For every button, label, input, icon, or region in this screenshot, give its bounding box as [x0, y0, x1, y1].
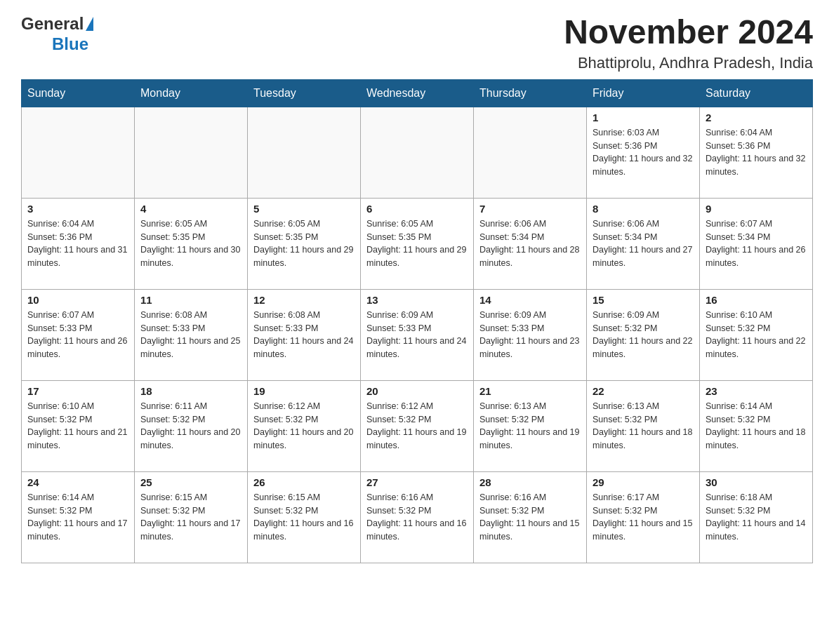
logo-general-text: General	[21, 14, 93, 34]
day-number: 24	[27, 476, 128, 488]
day-number: 28	[479, 476, 581, 488]
day-number: 25	[140, 476, 241, 488]
calendar-day-cell	[474, 107, 587, 198]
day-info: Sunrise: 6:18 AMSunset: 5:32 PMDaylight:…	[706, 491, 807, 544]
day-number: 11	[140, 294, 241, 306]
day-info: Sunrise: 6:08 AMSunset: 5:33 PMDaylight:…	[253, 309, 355, 361]
calendar-day-cell: 26Sunrise: 6:15 AMSunset: 5:32 PMDayligh…	[248, 471, 361, 563]
calendar-day-cell: 22Sunrise: 6:13 AMSunset: 5:32 PMDayligh…	[587, 380, 700, 471]
day-info: Sunrise: 6:04 AMSunset: 5:36 PMDaylight:…	[27, 217, 128, 270]
day-number: 20	[366, 385, 468, 397]
day-info: Sunrise: 6:16 AMSunset: 5:32 PMDaylight:…	[366, 491, 468, 544]
calendar-title: November 2024	[564, 14, 813, 51]
day-info: Sunrise: 6:05 AMSunset: 5:35 PMDaylight:…	[366, 217, 468, 270]
day-info: Sunrise: 6:12 AMSunset: 5:32 PMDaylight:…	[253, 400, 355, 452]
day-info: Sunrise: 6:06 AMSunset: 5:34 PMDaylight:…	[479, 217, 581, 270]
calendar-day-header: Friday	[587, 79, 700, 107]
calendar-day-cell: 25Sunrise: 6:15 AMSunset: 5:32 PMDayligh…	[135, 471, 248, 563]
calendar-day-cell: 19Sunrise: 6:12 AMSunset: 5:32 PMDayligh…	[248, 380, 361, 471]
day-number: 27	[366, 476, 468, 488]
calendar-day-cell: 9Sunrise: 6:07 AMSunset: 5:34 PMDaylight…	[700, 198, 813, 289]
calendar-week-row: 24Sunrise: 6:14 AMSunset: 5:32 PMDayligh…	[22, 471, 813, 563]
day-number: 5	[253, 203, 355, 215]
day-number: 12	[253, 294, 355, 306]
calendar-day-cell: 20Sunrise: 6:12 AMSunset: 5:32 PMDayligh…	[361, 380, 474, 471]
calendar-day-cell: 29Sunrise: 6:17 AMSunset: 5:32 PMDayligh…	[587, 471, 700, 563]
day-info: Sunrise: 6:09 AMSunset: 5:33 PMDaylight:…	[366, 309, 468, 361]
calendar-day-cell	[22, 107, 135, 198]
calendar-day-header: Wednesday	[361, 79, 474, 107]
day-number: 18	[140, 385, 241, 397]
day-number: 3	[27, 203, 128, 215]
calendar-day-cell	[248, 107, 361, 198]
calendar-week-row: 10Sunrise: 6:07 AMSunset: 5:33 PMDayligh…	[22, 289, 813, 380]
calendar-day-header: Tuesday	[248, 79, 361, 107]
calendar-day-cell: 12Sunrise: 6:08 AMSunset: 5:33 PMDayligh…	[248, 289, 361, 380]
day-info: Sunrise: 6:05 AMSunset: 5:35 PMDaylight:…	[253, 217, 355, 270]
calendar-day-cell: 15Sunrise: 6:09 AMSunset: 5:32 PMDayligh…	[587, 289, 700, 380]
day-info: Sunrise: 6:15 AMSunset: 5:32 PMDaylight:…	[140, 491, 241, 544]
day-number: 15	[593, 294, 694, 306]
day-info: Sunrise: 6:06 AMSunset: 5:34 PMDaylight:…	[593, 217, 694, 270]
day-number: 9	[706, 203, 807, 215]
calendar-day-cell: 11Sunrise: 6:08 AMSunset: 5:33 PMDayligh…	[135, 289, 248, 380]
day-number: 22	[593, 385, 694, 397]
calendar-day-header: Monday	[135, 79, 248, 107]
day-number: 13	[366, 294, 468, 306]
day-number: 30	[706, 476, 807, 488]
day-number: 16	[706, 294, 807, 306]
calendar-day-cell: 4Sunrise: 6:05 AMSunset: 5:35 PMDaylight…	[135, 198, 248, 289]
day-number: 23	[706, 385, 807, 397]
day-info: Sunrise: 6:12 AMSunset: 5:32 PMDaylight:…	[366, 400, 468, 452]
logo-triangle-icon	[86, 17, 93, 31]
calendar-day-cell: 24Sunrise: 6:14 AMSunset: 5:32 PMDayligh…	[22, 471, 135, 563]
day-number: 6	[366, 203, 468, 215]
calendar-week-row: 17Sunrise: 6:10 AMSunset: 5:32 PMDayligh…	[22, 380, 813, 471]
day-info: Sunrise: 6:09 AMSunset: 5:32 PMDaylight:…	[593, 309, 694, 361]
day-number: 14	[479, 294, 581, 306]
day-number: 4	[140, 203, 241, 215]
calendar-day-cell: 10Sunrise: 6:07 AMSunset: 5:33 PMDayligh…	[22, 289, 135, 380]
calendar-day-header: Sunday	[22, 79, 135, 107]
calendar-day-cell: 7Sunrise: 6:06 AMSunset: 5:34 PMDaylight…	[474, 198, 587, 289]
calendar-day-cell: 8Sunrise: 6:06 AMSunset: 5:34 PMDaylight…	[587, 198, 700, 289]
day-info: Sunrise: 6:05 AMSunset: 5:35 PMDaylight:…	[140, 217, 241, 270]
logo-blue-text: Blue	[52, 34, 88, 55]
calendar-table: SundayMondayTuesdayWednesdayThursdayFrid…	[21, 79, 813, 563]
calendar-day-cell: 16Sunrise: 6:10 AMSunset: 5:32 PMDayligh…	[700, 289, 813, 380]
calendar-day-cell: 30Sunrise: 6:18 AMSunset: 5:32 PMDayligh…	[700, 471, 813, 563]
day-number: 2	[706, 112, 807, 123]
logo: General Blue	[21, 14, 93, 55]
day-info: Sunrise: 6:14 AMSunset: 5:32 PMDaylight:…	[706, 400, 807, 452]
calendar-day-cell: 13Sunrise: 6:09 AMSunset: 5:33 PMDayligh…	[361, 289, 474, 380]
page-header: General Blue November 2024 Bhattiprolu, …	[21, 14, 813, 72]
day-number: 1	[593, 112, 694, 123]
calendar-day-header: Thursday	[474, 79, 587, 107]
calendar-day-cell	[135, 107, 248, 198]
calendar-day-cell	[361, 107, 474, 198]
day-number: 21	[479, 385, 581, 397]
calendar-day-header: Saturday	[700, 79, 813, 107]
day-info: Sunrise: 6:13 AMSunset: 5:32 PMDaylight:…	[593, 400, 694, 452]
day-info: Sunrise: 6:10 AMSunset: 5:32 PMDaylight:…	[706, 309, 807, 361]
day-number: 7	[479, 203, 581, 215]
day-number: 26	[253, 476, 355, 488]
calendar-header-row: SundayMondayTuesdayWednesdayThursdayFrid…	[22, 79, 813, 107]
calendar-day-cell: 23Sunrise: 6:14 AMSunset: 5:32 PMDayligh…	[700, 380, 813, 471]
calendar-day-cell: 28Sunrise: 6:16 AMSunset: 5:32 PMDayligh…	[474, 471, 587, 563]
day-info: Sunrise: 6:11 AMSunset: 5:32 PMDaylight:…	[140, 400, 241, 452]
title-area: November 2024 Bhattiprolu, Andhra Prades…	[564, 14, 813, 72]
day-info: Sunrise: 6:16 AMSunset: 5:32 PMDaylight:…	[479, 491, 581, 544]
day-number: 8	[593, 203, 694, 215]
day-info: Sunrise: 6:13 AMSunset: 5:32 PMDaylight:…	[479, 400, 581, 452]
day-number: 29	[593, 476, 694, 488]
day-info: Sunrise: 6:09 AMSunset: 5:33 PMDaylight:…	[479, 309, 581, 361]
day-info: Sunrise: 6:04 AMSunset: 5:36 PMDaylight:…	[706, 126, 807, 179]
calendar-day-cell: 17Sunrise: 6:10 AMSunset: 5:32 PMDayligh…	[22, 380, 135, 471]
calendar-subtitle: Bhattiprolu, Andhra Pradesh, India	[564, 54, 813, 72]
calendar-day-cell: 2Sunrise: 6:04 AMSunset: 5:36 PMDaylight…	[700, 107, 813, 198]
calendar-day-cell: 1Sunrise: 6:03 AMSunset: 5:36 PMDaylight…	[587, 107, 700, 198]
calendar-day-cell: 18Sunrise: 6:11 AMSunset: 5:32 PMDayligh…	[135, 380, 248, 471]
calendar-day-cell: 14Sunrise: 6:09 AMSunset: 5:33 PMDayligh…	[474, 289, 587, 380]
day-info: Sunrise: 6:14 AMSunset: 5:32 PMDaylight:…	[27, 491, 128, 544]
